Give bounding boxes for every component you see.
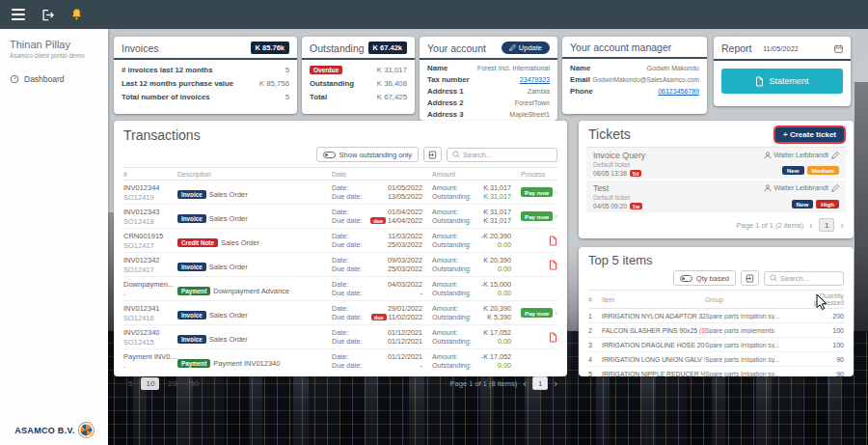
stat-value: K 36,408 [377,79,407,88]
table-row[interactable]: INV012342SO12417 InvoiceSales Order Date… [123,253,557,277]
table-row[interactable]: INV012340SO12415 InvoiceSales Order Date… [123,325,557,349]
transactions-search[interactable] [447,148,557,162]
statement-button[interactable]: Statement [721,69,843,94]
page-size-20[interactable]: 20 [163,377,181,390]
export-button[interactable] [741,270,759,286]
page-size-10[interactable]: 10 [141,377,159,390]
sidebar: Thinan Pillay Asamco client portal demo … [0,29,108,445]
show-outstanding-toggle[interactable]: Show outstanding only [316,147,419,162]
field-value: ForestTown [515,99,550,106]
doc-type-badge: Invoice [177,190,206,199]
toggle-icon [680,275,692,282]
person-icon [764,152,772,159]
status-badge: New [792,200,814,209]
manager-phone-link[interactable]: 06123456789 [658,88,699,95]
user-info: Thinan Pillay Asamco client portal demo [0,29,108,59]
doc-type-badge: Invoice [177,335,206,344]
table-row[interactable]: 1 IRRIGATION NYLON ADAPTOR 32MM (SP-IR-3… [588,309,844,323]
table-header: #ItemGroupQuantity processed [588,290,844,309]
field-label: Name [427,64,448,72]
doc-type-badge: Invoice [177,263,206,271]
pdf-icon[interactable] [549,260,557,270]
pdf-icon[interactable] [556,308,557,319]
pdf-icon[interactable] [549,236,557,246]
ticket-item[interactable]: Invoice Query Default ticket 06/05 13:38… [586,147,846,181]
table-row[interactable]: INV012341SO12416 InvoiceSales Order Date… [123,301,557,325]
stat-value: 5 [285,66,289,74]
mouse-cursor [816,293,827,311]
report-date-field[interactable] [763,44,843,53]
search-input[interactable] [780,274,838,283]
company-logo: ASAMCO B.V. [0,423,108,437]
field-label: Address 3 [427,110,464,119]
search-input[interactable] [463,151,552,159]
table-row[interactable]: INV012343SO12418 InvoiceSales Order Date… [123,205,557,229]
table-row[interactable]: 2 FALCON SLASHER PINS 90x25 (SP-IM-081) … [588,323,844,338]
sidebar-item-dashboard[interactable]: Dashboard [0,59,108,84]
next-page-icon[interactable]: › [840,220,844,231]
create-ticket-button[interactable]: + Create ticket [775,127,844,142]
priority-badge: Medium [807,166,839,175]
stat-label: # invoices last 12 months [122,66,212,74]
table-row[interactable]: Downpaymen...- PaymentDownpayment Advanc… [123,277,557,301]
next-page-icon[interactable]: › [554,378,557,389]
user-subtitle: Asamco client portal demo [10,52,98,59]
card-title: Report [721,42,752,54]
pdf-icon[interactable] [556,211,557,222]
dashboard-icon [10,74,19,84]
outstanding-card: Outstanding K 67.42k OverdueK 31,017 Out… [302,37,415,114]
field-label: Name [570,64,590,72]
pdf-icon[interactable] [556,187,557,198]
page-size-50[interactable]: 50 [185,377,203,390]
export-icon [428,151,437,159]
update-account-button[interactable]: Update [502,42,550,54]
table-row[interactable]: CRN001915SO12417 Credit NoteSales Order … [123,229,557,253]
logo-text: ASAMCO B.V. [14,426,74,435]
pagination-info: Page 1 of 1 (2 items) [737,221,804,230]
overdue-badge: due [371,314,387,320]
tax-number-link[interactable]: 23479323 [520,76,550,83]
stat-label: Total number of invoices [122,93,210,101]
invoices-total-badge: K 85.76k [251,42,289,54]
bell-icon[interactable] [70,8,83,21]
pencil-icon[interactable] [831,184,839,192]
document-icon [755,76,764,87]
stat-value: K 85,756 [259,79,289,88]
stat-label: Last 12 months purchase value [122,79,233,88]
report-date-input[interactable] [763,44,830,53]
doc-type-badge: Credit Note [177,238,218,247]
table-row[interactable]: INV012344SO12419 InvoiceSales Order Date… [123,181,557,205]
ticket-item[interactable]: Test Default ticket 04/05 09:201w Walter… [586,181,846,214]
pencil-icon[interactable] [831,152,839,159]
manager-email: GodwinMakondo@SalesAsamco.com [592,76,699,83]
ticket-assignee[interactable]: Walter Leibbrandt [764,151,839,159]
export-button[interactable] [423,147,442,162]
overdue-badge: due [370,217,386,224]
card-title: Invoices [122,42,159,54]
transactions-title: Transactions [123,127,557,143]
page-number[interactable]: 1 [532,376,548,390]
page-size-5[interactable]: 5 [123,377,137,390]
field-value: Zambia [528,88,550,95]
page-number[interactable]: 1 [819,218,834,232]
pay-now-button[interactable]: Pay now [521,308,553,318]
field-value: Godwin Makondo [647,65,699,71]
pay-now-button[interactable]: Pay now [521,211,553,221]
ticket-assignee[interactable]: Walter Leibbrandt [764,183,839,192]
table-row[interactable]: 3 IRRIGATION DRAGLINE HOSE 20MM X 100M (… [588,338,844,352]
top-items-card: Top 5 items Qty based #ItemGroupQuantity… [579,247,854,376]
person-icon [764,184,772,192]
prev-page-icon[interactable]: ‹ [523,378,527,389]
pay-now-button[interactable]: Pay now [521,187,553,197]
table-header: #DescriptionDateAmountProcess [123,167,557,181]
qty-based-toggle[interactable]: Qty based [673,270,736,286]
menu-icon[interactable] [12,9,25,20]
pdf-icon[interactable] [549,332,557,343]
table-row[interactable]: 5 IRRIGATION NIPPLE REDUCER ½" (SP-IR-38… [588,367,844,380]
top-items-search[interactable] [764,271,844,286]
prev-page-icon[interactable]: ‹ [809,220,813,231]
logout-icon[interactable] [41,8,55,22]
field-label: Tax number [427,75,470,84]
table-row[interactable]: Payment INV0...- PaymentPayment INV01234… [123,349,557,373]
table-row[interactable]: 4 IRRIGATION LONG UNION GALV ¾" (SP-IR-3… [588,352,844,367]
